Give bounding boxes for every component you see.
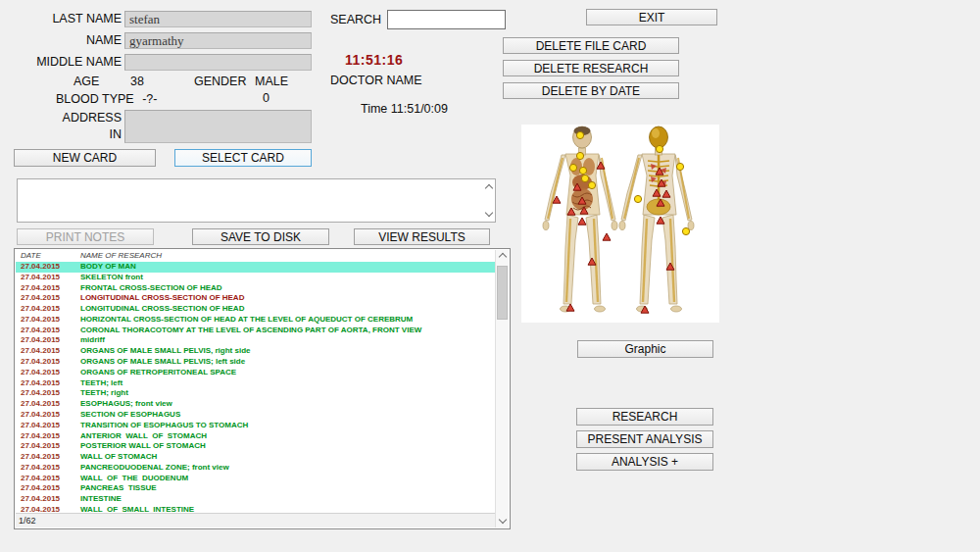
marker-circle-icon <box>581 175 588 181</box>
list-scrollbar-thumb[interactable] <box>497 266 508 320</box>
body-map-panel <box>521 125 719 323</box>
list-item[interactable]: 27.04.2015PANCREODUODENAL ZONE; front vi… <box>16 463 496 474</box>
age-value: 38 <box>130 75 144 88</box>
address-in-label: IN <box>14 127 122 141</box>
marker-circle-icon <box>579 167 586 174</box>
search-input[interactable] <box>387 10 506 29</box>
list-item[interactable]: 27.04.2015FRONTAL CROSS-SECTION OF HEAD <box>16 283 496 294</box>
name-field[interactable] <box>124 32 312 49</box>
body-map-image <box>521 125 719 323</box>
list-item[interactable]: 27.04.2015INTESTINE <box>16 494 496 505</box>
research-rows: 27.04.2015BODY OF MAN27.04.2015SKELETON … <box>16 262 496 516</box>
list-item[interactable]: 27.04.2015ORGANS OF MALE SMALL PELVIS; l… <box>16 357 496 368</box>
last-name-label: LAST NAME <box>14 12 122 25</box>
list-item[interactable]: 27.04.2015ORGANS OF RETROPERITONEAL SPAC… <box>16 368 496 378</box>
address-label: ADDRESS <box>14 111 122 125</box>
analysis-plus-button[interactable]: ANALYSIS + <box>576 453 713 471</box>
list-item[interactable]: 27.04.2015TEETH; right <box>16 388 496 399</box>
list-item[interactable]: 27.04.2015SKELETON front <box>16 273 496 283</box>
marker-circle-icon <box>569 164 576 171</box>
list-item[interactable]: 27.04.2015HORIZONTAL CROSS-SECTION OF HE… <box>16 315 496 326</box>
print-notes-button: PRINT NOTES <box>17 228 154 245</box>
address-field[interactable] <box>124 110 312 143</box>
name-column-header: NAME OF RESEARCH <box>80 251 162 260</box>
list-item[interactable]: 27.04.2015ORGANS OF MALE SMALL PELVIS, r… <box>16 346 496 357</box>
list-item[interactable]: 27.04.2015ESOPHAGUS; front view <box>16 399 496 410</box>
middle-name-label: MIDDLE NAME <box>14 55 122 69</box>
marker-triangle-icon <box>578 218 586 225</box>
date-column-header: DATE <box>21 251 41 260</box>
gender-label: GENDER <box>194 75 246 88</box>
delete-research-button[interactable]: DELETE RESEARCH <box>503 60 679 76</box>
research-list: DATE NAME OF RESEARCH 27.04.2015BODY OF … <box>14 248 511 529</box>
middle-name-field[interactable] <box>124 54 312 71</box>
exit-button[interactable]: EXIT <box>586 9 717 25</box>
marker-circle-icon <box>576 152 583 159</box>
list-item[interactable]: 27.04.2015TEETH; left <box>16 378 496 389</box>
gender-value: MALE <box>255 75 288 88</box>
page-indicator: 1/62 <box>19 516 36 526</box>
list-item[interactable]: 27.04.2015WALL OF STOMACH <box>16 452 496 463</box>
marker-circle-icon <box>576 131 583 138</box>
patient-card-window: LAST NAME NAME MIDDLE NAME AGE 38 GENDER… <box>0 0 980 552</box>
view-results-button[interactable]: VIEW RESULTS <box>354 228 490 245</box>
research-button[interactable]: RESEARCH <box>576 408 713 426</box>
gender-row: GENDER MALE <box>194 75 288 88</box>
list-item[interactable]: 27.04.2015TRANSITION OF ESOPHAGUS TO STO… <box>16 421 496 431</box>
doctor-name-label: DOCTOR NAME <box>330 74 422 87</box>
marker-circle-icon <box>656 145 662 152</box>
name-label: NAME <box>14 33 122 47</box>
delete-file-card-button[interactable]: DELETE FILE CARD <box>503 37 679 54</box>
blood-type-value: -?- <box>142 92 157 106</box>
new-card-button[interactable]: NEW CARD <box>14 149 156 167</box>
list-item[interactable]: 27.04.2015WALL OF THE DUODENUM <box>16 474 496 484</box>
delete-by-date-button[interactable]: DELETE BY DATE <box>503 82 679 99</box>
list-item[interactable]: 27.04.2015midriff <box>16 335 496 346</box>
marker-circle-icon <box>634 195 641 202</box>
blood-type-row: BLOOD TYPE -?- <box>56 92 157 106</box>
list-item[interactable]: 27.04.2015PANCREAS TISSUE <box>16 483 496 494</box>
list-scrollbar[interactable] <box>495 250 509 527</box>
blood-type-label: BLOOD TYPE <box>56 92 134 106</box>
age-label: AGE <box>74 75 99 88</box>
list-item[interactable]: 27.04.2015ANTERIOR WALL OF STOMACH <box>16 431 496 442</box>
graphic-button[interactable]: Graphic <box>577 340 713 358</box>
marker-circle-icon <box>676 163 683 170</box>
list-item[interactable]: 27.04.2015CORONAL THORACOTOMY AT THE LEV… <box>16 326 496 336</box>
list-item[interactable]: 27.04.2015POSTERIOR WALL OF STOMACH <box>16 441 496 452</box>
list-item[interactable]: 27.04.2015LONGITUDINAL CROSS-SECTION OF … <box>16 293 496 304</box>
notes-textarea[interactable] <box>17 178 496 223</box>
list-item[interactable]: 27.04.2015BODY OF MAN <box>16 262 496 273</box>
marker-circle-icon <box>588 181 595 188</box>
present-analysis-button[interactable]: PRESENT ANALYSIS <box>576 430 713 448</box>
list-item[interactable]: 27.04.2015SECTION OF ESOPHAGUS <box>16 410 496 421</box>
body-back-figure <box>619 126 694 312</box>
scroll-up-icon[interactable] <box>499 253 507 261</box>
list-status-bar: 1/62 <box>16 513 496 527</box>
save-to-disk-button[interactable]: SAVE TO DISK <box>192 228 329 245</box>
last-name-field[interactable] <box>124 11 312 27</box>
select-card-button[interactable]: SELECT CARD <box>174 149 312 167</box>
marker-circle-icon <box>682 227 689 234</box>
search-label: SEARCH <box>330 13 381 26</box>
list-item[interactable]: 27.04.2015LONGITUDINAL CROSS-SECTION OF … <box>16 304 496 315</box>
marker-triangle-icon <box>603 233 611 240</box>
blood-type-number: 0 <box>263 91 270 105</box>
session-time-label: Time 11:51/0:09 <box>361 102 448 116</box>
research-list-header: DATE NAME OF RESEARCH <box>15 251 496 262</box>
scroll-down-icon[interactable] <box>499 516 507 524</box>
clock: 11:51:16 <box>345 52 403 68</box>
